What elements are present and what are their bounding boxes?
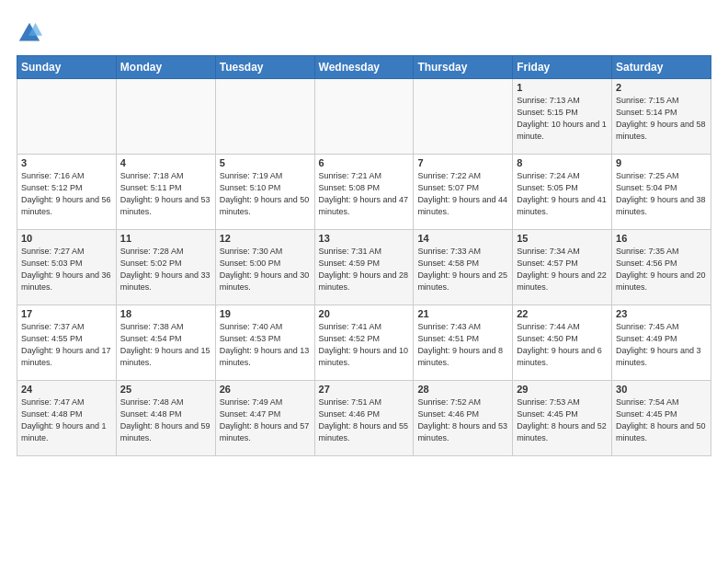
- day-info: Sunrise: 7:49 AM Sunset: 4:47 PM Dayligh…: [220, 396, 311, 444]
- calendar: SundayMondayTuesdayWednesdayThursdayFrid…: [17, 55, 711, 456]
- day-number: 9: [616, 157, 707, 168]
- header-day: Wednesday: [314, 56, 414, 79]
- calendar-cell: 9Sunrise: 7:25 AM Sunset: 5:04 PM Daylig…: [612, 155, 711, 230]
- calendar-week: 1Sunrise: 7:13 AM Sunset: 5:15 PM Daylig…: [17, 79, 711, 155]
- calendar-cell: [414, 79, 513, 155]
- calendar-week: 3Sunrise: 7:16 AM Sunset: 5:12 PM Daylig…: [17, 155, 711, 230]
- day-number: 8: [517, 157, 608, 168]
- day-info: Sunrise: 7:27 AM Sunset: 5:03 PM Dayligh…: [21, 246, 112, 293]
- day-info: Sunrise: 7:41 AM Sunset: 4:52 PM Dayligh…: [319, 321, 410, 369]
- calendar-cell: 12Sunrise: 7:30 AM Sunset: 5:00 PM Dayli…: [215, 230, 314, 305]
- calendar-week: 17Sunrise: 7:37 AM Sunset: 4:55 PM Dayli…: [17, 305, 711, 381]
- calendar-cell: [314, 79, 414, 155]
- calendar-cell: 8Sunrise: 7:24 AM Sunset: 5:05 PM Daylig…: [513, 155, 612, 230]
- calendar-header: SundayMondayTuesdayWednesdayThursdayFrid…: [17, 56, 711, 79]
- calendar-cell: 22Sunrise: 7:44 AM Sunset: 4:50 PM Dayli…: [513, 305, 612, 381]
- calendar-cell: 4Sunrise: 7:18 AM Sunset: 5:11 PM Daylig…: [116, 155, 215, 230]
- day-info: Sunrise: 7:43 AM Sunset: 4:51 PM Dayligh…: [417, 321, 508, 369]
- day-number: 22: [517, 308, 608, 319]
- day-number: 24: [21, 384, 112, 395]
- day-number: 23: [616, 308, 707, 319]
- day-info: Sunrise: 7:18 AM Sunset: 5:11 PM Dayligh…: [120, 170, 211, 218]
- calendar-cell: 19Sunrise: 7:40 AM Sunset: 4:53 PM Dayli…: [215, 305, 314, 381]
- day-number: 15: [517, 233, 608, 244]
- day-info: Sunrise: 7:19 AM Sunset: 5:10 PM Dayligh…: [220, 170, 311, 218]
- calendar-week: 10Sunrise: 7:27 AM Sunset: 5:03 PM Dayli…: [17, 230, 711, 305]
- day-number: 13: [319, 233, 410, 244]
- calendar-cell: 5Sunrise: 7:19 AM Sunset: 5:10 PM Daylig…: [215, 155, 314, 230]
- calendar-week: 24Sunrise: 7:47 AM Sunset: 4:48 PM Dayli…: [17, 381, 711, 456]
- calendar-cell: 11Sunrise: 7:28 AM Sunset: 5:02 PM Dayli…: [116, 230, 215, 305]
- day-number: 16: [616, 233, 707, 244]
- day-info: Sunrise: 7:48 AM Sunset: 4:48 PM Dayligh…: [120, 396, 211, 444]
- calendar-cell: 14Sunrise: 7:33 AM Sunset: 4:58 PM Dayli…: [414, 230, 513, 305]
- header: [17, 17, 711, 46]
- day-info: Sunrise: 7:51 AM Sunset: 4:46 PM Dayligh…: [319, 396, 410, 444]
- header-day: Thursday: [414, 56, 513, 79]
- day-number: 18: [120, 308, 211, 319]
- calendar-cell: 29Sunrise: 7:53 AM Sunset: 4:45 PM Dayli…: [513, 381, 612, 456]
- header-day: Tuesday: [215, 56, 314, 79]
- day-info: Sunrise: 7:31 AM Sunset: 4:59 PM Dayligh…: [319, 246, 410, 293]
- calendar-cell: 15Sunrise: 7:34 AM Sunset: 4:57 PM Dayli…: [513, 230, 612, 305]
- calendar-cell: 1Sunrise: 7:13 AM Sunset: 5:15 PM Daylig…: [513, 79, 612, 155]
- day-info: Sunrise: 7:22 AM Sunset: 5:07 PM Dayligh…: [417, 170, 508, 218]
- day-info: Sunrise: 7:52 AM Sunset: 4:46 PM Dayligh…: [417, 396, 508, 444]
- calendar-cell: 2Sunrise: 7:15 AM Sunset: 5:14 PM Daylig…: [612, 79, 711, 155]
- day-number: 21: [417, 308, 508, 319]
- logo-icon: [17, 20, 42, 46]
- day-info: Sunrise: 7:33 AM Sunset: 4:58 PM Dayligh…: [417, 246, 508, 293]
- day-number: 7: [417, 157, 508, 168]
- calendar-cell: 21Sunrise: 7:43 AM Sunset: 4:51 PM Dayli…: [414, 305, 513, 381]
- day-info: Sunrise: 7:35 AM Sunset: 4:56 PM Dayligh…: [616, 246, 707, 293]
- day-number: 17: [21, 308, 112, 319]
- day-info: Sunrise: 7:25 AM Sunset: 5:04 PM Dayligh…: [616, 170, 707, 218]
- day-info: Sunrise: 7:16 AM Sunset: 5:12 PM Dayligh…: [21, 170, 112, 218]
- calendar-cell: 10Sunrise: 7:27 AM Sunset: 5:03 PM Dayli…: [17, 230, 117, 305]
- day-info: Sunrise: 7:38 AM Sunset: 4:54 PM Dayligh…: [120, 321, 211, 369]
- day-info: Sunrise: 7:30 AM Sunset: 5:00 PM Dayligh…: [220, 246, 311, 293]
- day-info: Sunrise: 7:28 AM Sunset: 5:02 PM Dayligh…: [120, 246, 211, 293]
- day-info: Sunrise: 7:15 AM Sunset: 5:14 PM Dayligh…: [616, 95, 707, 143]
- page: SundayMondayTuesdayWednesdayThursdayFrid…: [0, 0, 728, 563]
- calendar-cell: [17, 79, 117, 155]
- day-number: 1: [517, 82, 608, 93]
- day-number: 26: [220, 384, 311, 395]
- day-info: Sunrise: 7:40 AM Sunset: 4:53 PM Dayligh…: [220, 321, 311, 369]
- header-day: Sunday: [17, 56, 117, 79]
- calendar-cell: 7Sunrise: 7:22 AM Sunset: 5:07 PM Daylig…: [414, 155, 513, 230]
- header-day: Saturday: [612, 56, 711, 79]
- day-number: 30: [616, 384, 707, 395]
- day-number: 10: [21, 233, 112, 244]
- calendar-cell: 6Sunrise: 7:21 AM Sunset: 5:08 PM Daylig…: [314, 155, 414, 230]
- calendar-cell: 26Sunrise: 7:49 AM Sunset: 4:47 PM Dayli…: [215, 381, 314, 456]
- day-info: Sunrise: 7:37 AM Sunset: 4:55 PM Dayligh…: [21, 321, 112, 369]
- header-row: SundayMondayTuesdayWednesdayThursdayFrid…: [17, 56, 711, 79]
- day-number: 25: [120, 384, 211, 395]
- day-info: Sunrise: 7:47 AM Sunset: 4:48 PM Dayligh…: [21, 396, 112, 444]
- day-info: Sunrise: 7:54 AM Sunset: 4:45 PM Dayligh…: [616, 396, 707, 444]
- day-number: 6: [319, 157, 410, 168]
- calendar-cell: 16Sunrise: 7:35 AM Sunset: 4:56 PM Dayli…: [612, 230, 711, 305]
- calendar-cell: 24Sunrise: 7:47 AM Sunset: 4:48 PM Dayli…: [17, 381, 117, 456]
- day-number: 12: [220, 233, 311, 244]
- day-info: Sunrise: 7:21 AM Sunset: 5:08 PM Dayligh…: [319, 170, 410, 218]
- calendar-cell: 25Sunrise: 7:48 AM Sunset: 4:48 PM Dayli…: [116, 381, 215, 456]
- day-info: Sunrise: 7:34 AM Sunset: 4:57 PM Dayligh…: [517, 246, 608, 293]
- calendar-cell: 20Sunrise: 7:41 AM Sunset: 4:52 PM Dayli…: [314, 305, 414, 381]
- day-number: 28: [417, 384, 508, 395]
- day-number: 4: [120, 157, 211, 168]
- calendar-cell: 13Sunrise: 7:31 AM Sunset: 4:59 PM Dayli…: [314, 230, 414, 305]
- day-number: 14: [417, 233, 508, 244]
- header-day: Monday: [116, 56, 215, 79]
- day-number: 11: [120, 233, 211, 244]
- day-number: 3: [21, 157, 112, 168]
- calendar-cell: 30Sunrise: 7:54 AM Sunset: 4:45 PM Dayli…: [612, 381, 711, 456]
- day-number: 19: [220, 308, 311, 319]
- header-day: Friday: [513, 56, 612, 79]
- day-info: Sunrise: 7:24 AM Sunset: 5:05 PM Dayligh…: [517, 170, 608, 218]
- calendar-cell: 3Sunrise: 7:16 AM Sunset: 5:12 PM Daylig…: [17, 155, 117, 230]
- calendar-cell: 17Sunrise: 7:37 AM Sunset: 4:55 PM Dayli…: [17, 305, 117, 381]
- day-number: 27: [319, 384, 410, 395]
- calendar-cell: [215, 79, 314, 155]
